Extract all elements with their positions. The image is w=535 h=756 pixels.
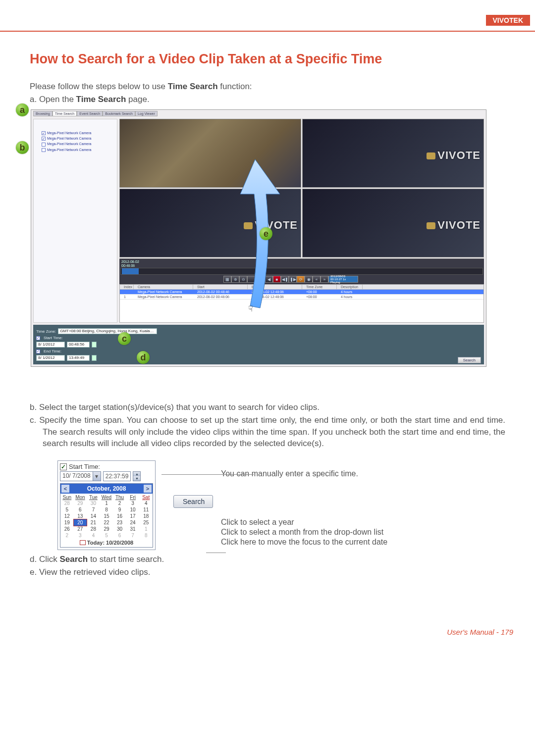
prev-month-icon[interactable]: < <box>61 485 69 493</box>
time-spinner[interactable]: ▲ ▼ <box>133 471 141 481</box>
device-tree-item[interactable]: Mega-Pixel Network Camera <box>42 136 114 141</box>
checkbox-icon[interactable]: ✓ <box>60 463 67 470</box>
page-header: VIVOTEK <box>0 0 535 30</box>
search-button[interactable]: Search <box>173 495 213 508</box>
timeline-track[interactable] <box>120 268 483 275</box>
slow-icon[interactable]: ⟳ <box>297 276 305 283</box>
end-time-input[interactable]: 13:49:49 <box>67 355 90 361</box>
bullet-d: d <box>137 351 150 364</box>
calendar-widget: ✓ Start Time: 10/ 7/2008 ▾ 22:37:59 ▲ ▼ … <box>57 460 156 550</box>
checkbox-icon[interactable] <box>42 148 46 152</box>
page-footer: User's Manual - 179 <box>0 628 535 661</box>
bullet-e: e <box>260 227 272 240</box>
main-screenshot: Browsing Time Search Event Search Bookma… <box>31 109 486 367</box>
calendar-today-button[interactable]: Today: 10/20/2008 <box>60 539 153 547</box>
table-row[interactable]: 1 Mega-Pixel Network Camera 2012-08-02 0… <box>120 295 483 300</box>
start-time-input[interactable]: 00:48:56 <box>67 342 90 348</box>
arrow-callout <box>225 159 295 323</box>
tab-browsing[interactable]: Browsing <box>33 111 53 116</box>
bullet-b: b <box>16 141 29 154</box>
calendar-days-grid[interactable]: 2829301234 567891011 12131415161718 1920… <box>60 500 153 539</box>
start-time-label: Start Time: <box>44 336 63 340</box>
tab-log-viewer[interactable]: Log Viewer <box>135 111 158 116</box>
device-tree-panel: Mega-Pixel Network Camera Mega-Pixel Net… <box>33 119 117 323</box>
checkbox-icon[interactable] <box>36 336 40 340</box>
intro-text: Please follow the steps below to use Tim… <box>30 82 505 92</box>
page-content: How to Search for a Video Clip Taken at … <box>0 32 535 578</box>
end-date-input[interactable]: 8/ 1/2012 <box>36 355 65 361</box>
tz-select[interactable]: GMT+08:00 Beijing, Chongqing, Hong Kong,… <box>58 328 157 334</box>
tab-bar: Browsing Time Search Event Search Bookma… <box>33 111 158 116</box>
callout-manual-time: You can manually enter a specific time. <box>221 469 505 478</box>
callout-line <box>206 553 226 553</box>
search-button[interactable]: Search <box>458 357 481 363</box>
calendar-popup: < October, 2008 > SunMonTueWedThuFriSat … <box>60 483 153 548</box>
video-pane[interactable]: VIVOTE <box>302 189 484 257</box>
table-row[interactable]: Mega-Pixel Network Camera 2012-08-02 00:… <box>120 290 483 295</box>
tab-time-search[interactable]: Time Search <box>53 111 77 116</box>
start-time-label: Start Time: <box>69 463 100 470</box>
timeline-panel: 2012-08-0200:48:06 ▦ ⊕ ⊖ ❚◀ ◀ ■ ◀❚ ❚▶ ⟳ … <box>119 258 484 284</box>
calendar-month-title[interactable]: October, 2008 <box>87 485 126 492</box>
steps-d-e: d. Click Search to start time search. e.… <box>30 553 505 578</box>
calendar-dow-row: SunMonTueWedThuFriSat <box>60 494 153 500</box>
snapshot-icon[interactable]: ◉ <box>305 276 313 283</box>
bullet-a: a <box>16 103 29 116</box>
brand-badge: VIVOTEK <box>486 15 530 26</box>
calendar-figure: ✓ Start Time: 10/ 7/2008 ▾ 22:37:59 ▲ ▼ … <box>57 460 505 550</box>
device-tree-item[interactable]: Mega-Pixel Network Camera <box>42 141 114 147</box>
spinner-icon[interactable] <box>92 342 97 348</box>
time-field[interactable]: 22:37:59 <box>103 471 131 481</box>
checkbox-icon[interactable] <box>42 137 46 141</box>
playback-clock: 2012/08/03 00:10:27 1x Playing <box>328 276 358 283</box>
step-b: b. Select the target station(s)/device(s… <box>30 402 505 413</box>
speed-down-icon[interactable]: « <box>313 276 321 283</box>
device-tree: Mega-Pixel Network Camera Mega-Pixel Net… <box>34 119 117 152</box>
next-month-icon[interactable]: > <box>144 485 152 493</box>
checkbox-icon[interactable] <box>42 143 46 147</box>
spinner-icon[interactable] <box>92 355 97 361</box>
callout-text: You can manually enter a specific time. … <box>221 460 505 548</box>
video-pane[interactable]: VIVOTE <box>302 119 484 188</box>
page-title: How to Search for a Video Clip Taken at … <box>30 51 505 67</box>
chevron-down-icon[interactable]: ▼ <box>133 476 140 481</box>
callout-today: Click here to move the focus to the curr… <box>221 538 505 547</box>
today-box-icon <box>80 540 86 545</box>
step-c: c. Specify the time span. You can choose… <box>30 414 505 450</box>
results-table: Index Camera Start End Time Zone Descrip… <box>119 284 484 323</box>
cursor-hand-icon: ☟ <box>248 304 253 313</box>
end-time-label: End Time: <box>44 349 61 353</box>
timeline-timestamp: 2012-08-0200:48:06 <box>121 260 139 267</box>
device-tree-item[interactable]: Mega-Pixel Network Camera <box>42 147 114 152</box>
vivotek-watermark: VIVOTE <box>427 149 481 162</box>
step-a: a. Open the Time Search page. <box>30 95 505 104</box>
date-dropdown[interactable]: 10/ 7/2008 ▾ <box>60 471 101 481</box>
checkbox-icon[interactable] <box>36 350 40 353</box>
callout-month: Click to select a month from the drop-do… <box>221 528 505 537</box>
tab-event-search[interactable]: Event Search <box>77 111 103 116</box>
vivotek-watermark: VIVOTE <box>427 219 481 232</box>
device-tree-item[interactable]: Mega-Pixel Network Camera <box>42 130 114 136</box>
chevron-down-icon[interactable]: ▾ <box>93 472 101 481</box>
speed-up-icon[interactable]: » <box>321 276 328 283</box>
video-grid: VIVOTE VIVOTE VIVOTE <box>119 119 484 257</box>
results-header-row: Index Camera Start End Time Zone Descrip… <box>120 285 483 290</box>
tab-bookmark-search[interactable]: Bookmark Search <box>103 111 135 116</box>
chevron-up-icon[interactable]: ▲ <box>133 472 140 476</box>
search-form: Time Zone: GMT+08:00 Beijing, Chongqing,… <box>33 325 484 364</box>
tz-label: Time Zone: <box>36 329 56 334</box>
callout-year: Click to select a year <box>221 518 505 527</box>
checkbox-icon[interactable] <box>42 131 46 135</box>
bullet-c: c <box>118 332 131 345</box>
steps-b-c: b. Select the target station(s)/device(s… <box>30 402 505 450</box>
start-date-input[interactable]: 8/ 1/2012 <box>36 342 65 348</box>
step-e: e. View the retrieved video clips. <box>30 566 505 579</box>
step-d: d. Click Search to start time search. <box>30 553 505 566</box>
